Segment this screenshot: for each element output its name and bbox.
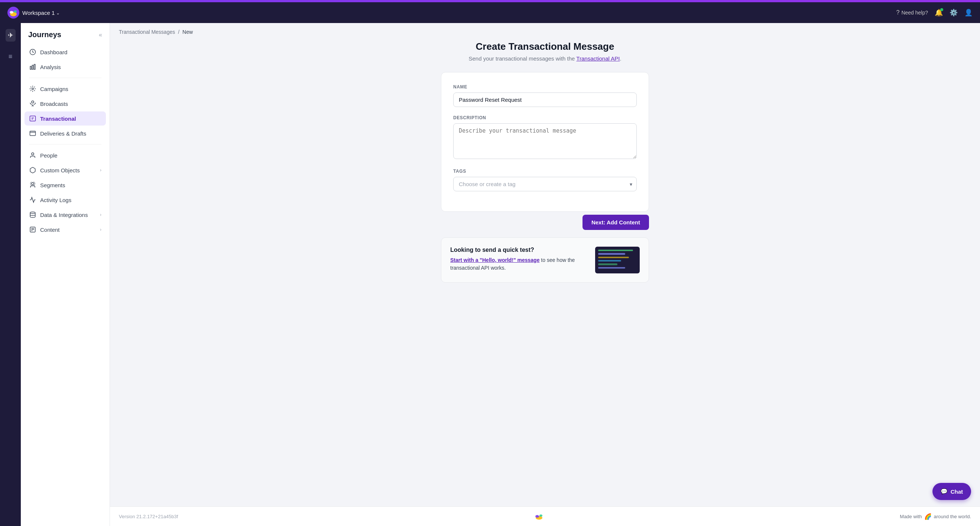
svg-rect-5 xyxy=(30,67,31,70)
svg-rect-9 xyxy=(32,101,34,103)
topbar: Workspace 1 ⌄ ? Need help? 🔔 ⚙️ 👤 xyxy=(0,2,980,23)
campaigns-icon xyxy=(29,86,37,92)
version-text: Version 21.2.172+21a45b3f xyxy=(119,514,178,519)
svg-point-12 xyxy=(32,153,34,155)
name-input[interactable] xyxy=(453,92,637,107)
breadcrumb-parent[interactable]: Transactional Messages xyxy=(119,29,175,35)
breadcrumb-current: New xyxy=(182,29,193,35)
hello-world-link[interactable]: Start with a "Hello, world!" message xyxy=(450,257,539,263)
form-header: Create Transactional Message Send your t… xyxy=(468,41,621,62)
name-label: NAME xyxy=(453,84,637,89)
data-integrations-chevron: › xyxy=(100,212,102,217)
settings-button[interactable]: ⚙️ xyxy=(950,8,958,17)
nav-icon-journeys[interactable]: ✈ xyxy=(6,29,16,41)
custom-objects-icon xyxy=(29,167,37,173)
footer-logo xyxy=(533,513,545,520)
code-preview xyxy=(595,247,640,273)
code-line-6 xyxy=(598,267,625,269)
next-button[interactable]: Next: Add Content xyxy=(582,215,649,230)
account-button[interactable]: 👤 xyxy=(964,8,972,17)
deliveries-icon xyxy=(29,130,37,137)
svg-point-13 xyxy=(32,183,34,184)
sidebar-item-activity-logs[interactable]: Activity Logs xyxy=(24,193,106,207)
quick-test-description: Start with a "Hello, world!" message to … xyxy=(450,256,588,272)
svg-point-3 xyxy=(14,10,17,13)
sidebar-item-broadcasts[interactable]: Broadcasts xyxy=(24,97,106,111)
code-line-4 xyxy=(598,260,621,262)
quick-test-card: Looking to send a quick test? Start with… xyxy=(441,237,649,283)
code-line-2 xyxy=(598,253,625,254)
sidebar-item-deliveries[interactable]: Deliveries & Drafts xyxy=(24,126,106,140)
tags-field-group: TAGS Choose or create a tag ▾ xyxy=(453,168,637,191)
sidebar-item-people[interactable]: People xyxy=(24,148,106,162)
svg-point-21 xyxy=(535,515,539,518)
code-line-1 xyxy=(598,249,633,251)
transactional-icon xyxy=(29,115,37,122)
content-icon xyxy=(29,226,37,233)
description-label: DESCRIPTION xyxy=(453,115,637,120)
sidebar-item-dashboard[interactable]: Dashboard xyxy=(24,45,106,59)
notifications-button[interactable]: 🔔 xyxy=(935,8,943,17)
footer-brand-icon xyxy=(533,513,545,520)
quick-test-text: Looking to send a quick test? Start with… xyxy=(450,247,588,272)
sidebar-nav: Dashboard Analysis Campaigns Broadca xyxy=(21,45,110,237)
chat-icon: 💬 xyxy=(940,488,948,495)
nav-icon-layers[interactable]: ≡ xyxy=(6,51,15,63)
segments-icon xyxy=(29,182,37,188)
activity-logs-icon xyxy=(29,197,37,203)
heart-icon: 🌈 xyxy=(924,513,932,520)
sidebar-title: Journeys xyxy=(28,30,61,39)
left-sidebar: Journeys « Dashboard Analysis xyxy=(21,23,110,526)
svg-rect-7 xyxy=(34,64,35,70)
chat-button[interactable]: 💬 Chat xyxy=(932,483,971,500)
data-integrations-icon xyxy=(29,211,37,218)
svg-point-22 xyxy=(539,515,542,517)
sidebar-item-campaigns[interactable]: Campaigns xyxy=(24,82,106,96)
svg-point-2 xyxy=(10,11,13,14)
code-line-5 xyxy=(598,263,617,265)
svg-rect-11 xyxy=(30,131,36,135)
svg-point-8 xyxy=(32,88,34,90)
dashboard-icon xyxy=(29,49,37,56)
footer-tagline: Made with 🌈 around the world. xyxy=(900,513,971,520)
app-logo xyxy=(8,7,19,19)
description-input[interactable] xyxy=(453,123,637,159)
tags-select[interactable]: Choose or create a tag xyxy=(453,177,637,191)
people-icon xyxy=(29,152,37,159)
sidebar-item-data-integrations[interactable]: Data & Integrations › xyxy=(24,208,106,222)
code-line-3 xyxy=(598,257,629,258)
content-chevron: › xyxy=(100,227,102,232)
icon-sidebar: ✈ ≡ xyxy=(0,23,21,526)
svg-rect-6 xyxy=(32,65,33,70)
breadcrumb-separator: / xyxy=(178,29,180,35)
sidebar-item-custom-objects[interactable]: Custom Objects › xyxy=(24,163,106,177)
svg-rect-10 xyxy=(30,116,36,121)
help-icon: ? xyxy=(896,9,899,16)
sidebar-item-content[interactable]: Content › xyxy=(24,222,106,237)
broadcasts-icon xyxy=(29,100,37,107)
quick-test-heading: Looking to send a quick test? xyxy=(450,247,588,253)
sidebar-item-transactional[interactable]: Transactional xyxy=(24,111,106,126)
description-field-group: DESCRIPTION xyxy=(453,115,637,161)
tags-label: TAGS xyxy=(453,168,637,174)
tags-select-wrap: Choose or create a tag ▾ xyxy=(453,177,637,191)
button-row: Next: Add Content xyxy=(441,215,649,230)
name-field-group: NAME xyxy=(453,84,637,107)
form-area: Create Transactional Message Send your t… xyxy=(110,41,980,506)
sidebar-item-segments[interactable]: Segments xyxy=(24,178,106,192)
svg-point-15 xyxy=(30,212,35,214)
collapse-button[interactable]: « xyxy=(99,32,102,38)
api-link[interactable]: Transactional API xyxy=(576,56,620,62)
custom-objects-chevron: › xyxy=(100,167,102,173)
help-button[interactable]: ? Need help? xyxy=(896,9,928,16)
sidebar-item-analysis[interactable]: Analysis xyxy=(24,60,106,74)
page-title: Create Transactional Message xyxy=(468,41,621,52)
main-content: Transactional Messages / New Create Tran… xyxy=(110,23,980,526)
workspace-selector[interactable]: Workspace 1 ⌄ xyxy=(22,10,60,16)
breadcrumb: Transactional Messages / New xyxy=(110,23,980,41)
analysis-icon xyxy=(29,64,37,70)
page-subtitle: Send your transactional messages with th… xyxy=(468,56,621,62)
page-footer: Version 21.2.172+21a45b3f Made with 🌈 ar… xyxy=(110,506,980,526)
form-card: NAME DESCRIPTION TAGS Choose or create a… xyxy=(441,72,649,212)
workspace-chevron: ⌄ xyxy=(56,10,60,16)
